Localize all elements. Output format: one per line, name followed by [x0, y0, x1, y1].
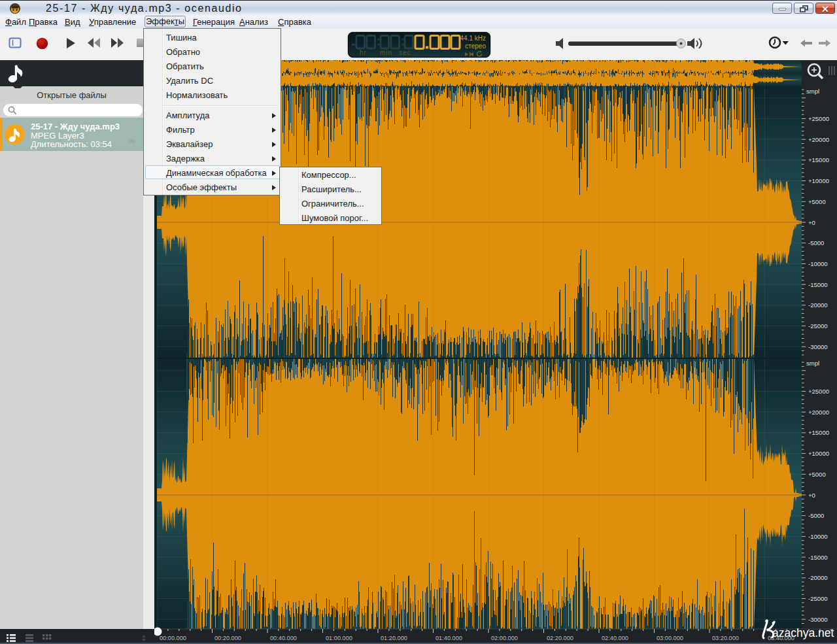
- svg-text:min: min: [380, 49, 392, 56]
- svg-text:+0: +0: [808, 219, 815, 226]
- svg-text:01:20.000: 01:20.000: [381, 635, 407, 641]
- svg-text:+15000: +15000: [808, 429, 829, 436]
- svg-text:02:00.000: 02:00.000: [491, 635, 518, 641]
- svg-text:-15000: -15000: [808, 281, 828, 288]
- svg-text:azachya.net: azachya.net: [772, 626, 834, 639]
- svg-text:01:00.000: 01:00.000: [326, 635, 352, 641]
- svg-text:smpl: smpl: [806, 360, 819, 367]
- svg-text:стерео: стерео: [465, 42, 486, 50]
- svg-text:-15000: -15000: [808, 554, 828, 561]
- svg-text:-25000: -25000: [808, 595, 828, 602]
- svg-text:02:20.000: 02:20.000: [547, 635, 573, 641]
- svg-text:+25000: +25000: [808, 388, 829, 395]
- svg-text:-10000: -10000: [808, 533, 828, 540]
- svg-text:+5000: +5000: [808, 198, 826, 205]
- svg-text:-30000: -30000: [808, 616, 828, 623]
- svg-text:00:00.000: 00:00.000: [160, 635, 186, 641]
- svg-text:-20000: -20000: [808, 301, 828, 309]
- svg-text:-10000: -10000: [808, 260, 828, 267]
- svg-text:+0: +0: [808, 492, 815, 499]
- svg-text:-5000: -5000: [808, 512, 824, 519]
- svg-text:00:20.000: 00:20.000: [214, 635, 241, 641]
- svg-text:-25000: -25000: [808, 322, 828, 330]
- svg-text:03:00.000: 03:00.000: [657, 635, 683, 641]
- svg-text:44.1 kHz: 44.1 kHz: [460, 35, 486, 42]
- svg-text:00:40.000: 00:40.000: [270, 635, 297, 641]
- svg-text:+15000: +15000: [808, 156, 829, 163]
- svg-text:01:40.000: 01:40.000: [436, 635, 462, 641]
- svg-text:sec: sec: [399, 49, 411, 56]
- svg-text:-20000: -20000: [808, 574, 828, 581]
- svg-text:+10000: +10000: [808, 177, 829, 184]
- svg-text:+25000: +25000: [808, 115, 829, 122]
- svg-text:-30000: -30000: [808, 343, 828, 350]
- svg-text:+5000: +5000: [808, 471, 826, 478]
- svg-text:02:40.000: 02:40.000: [602, 635, 628, 641]
- svg-text:+10000: +10000: [808, 450, 829, 457]
- svg-text:hr: hr: [360, 49, 367, 56]
- svg-text:+20000: +20000: [808, 136, 829, 143]
- svg-text:03:20.000: 03:20.000: [712, 635, 739, 641]
- svg-text:+20000: +20000: [808, 409, 829, 416]
- svg-text:-5000: -5000: [808, 239, 824, 246]
- svg-text:smpl: smpl: [806, 88, 819, 95]
